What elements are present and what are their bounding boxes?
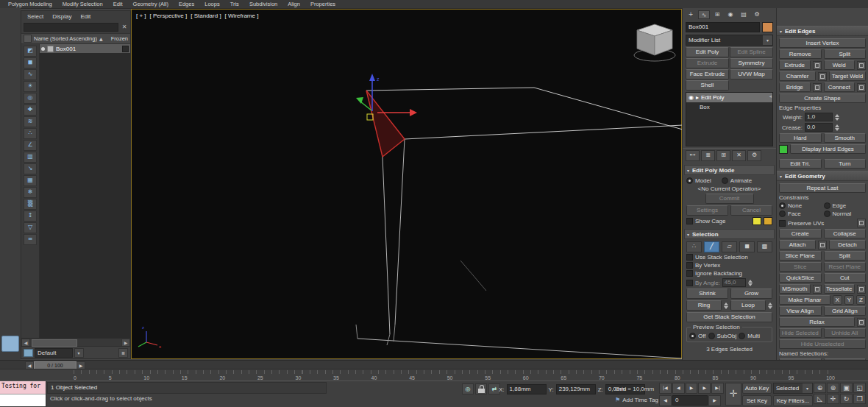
weld-settings-icon[interactable] [857, 61, 866, 70]
tessellate-button[interactable]: Tessellate [824, 284, 855, 294]
vertex-mode-icon[interactable]: ∴ [686, 241, 702, 252]
selection-lock-icon[interactable] [475, 383, 487, 394]
create-shape-button[interactable]: Create Shape [779, 93, 866, 103]
motion-tab-icon[interactable]: ◉ [725, 10, 736, 19]
display-hidden-icon[interactable]: ▒ [24, 199, 37, 210]
shrink-button[interactable]: Shrink [686, 289, 728, 299]
bridge-button[interactable]: Bridge [779, 82, 811, 92]
hierarchy-tab-icon[interactable]: ⊞ [711, 10, 723, 19]
maxscript-mini-listener[interactable]: Testing for [0, 381, 46, 407]
viewport-label-segment[interactable]: [ Wireframe ] [225, 13, 259, 19]
menubar-item[interactable]: Geometry (All) [128, 1, 174, 7]
grid-align-button[interactable]: Grid Align [824, 306, 867, 316]
display-lights-icon[interactable]: ☀ [24, 81, 37, 92]
scene-explorer-menu-item[interactable]: Display [52, 13, 71, 20]
display-xref-icon[interactable]: ↘ [24, 163, 37, 174]
display-spacewarps-icon[interactable]: ≋ [24, 116, 37, 127]
set-key-button[interactable]: Set Key [742, 395, 772, 406]
display-hard-edges-button[interactable]: Display Hard Edges [790, 144, 866, 154]
weld-button[interactable]: Weld [824, 60, 855, 70]
by-vertex-checkbox[interactable] [686, 262, 693, 269]
cut-button[interactable]: Cut [824, 273, 867, 283]
attach-button[interactable]: Attach [779, 240, 816, 249]
detach-button[interactable]: Detach [829, 240, 866, 249]
ignore-backfacing-checkbox[interactable] [686, 270, 693, 277]
remove-modifier-icon[interactable]: ✕ [732, 150, 746, 161]
active-layer-dropdown[interactable]: Default [35, 348, 73, 358]
display-everything-icon[interactable]: ◩ [24, 46, 37, 57]
viewport-label-segment[interactable]: [ Standard ] [191, 13, 221, 19]
add-time-tag[interactable]: Add Time Tag [622, 397, 658, 403]
pin-stack-icon[interactable]: ⊷ [686, 150, 700, 161]
connect-settings-icon[interactable] [857, 83, 866, 92]
reset-plane-button[interactable]: Reset Plane [824, 262, 867, 272]
menubar-item[interactable]: Polygon Modeling [3, 1, 57, 7]
split-geometry-button[interactable]: Split [824, 251, 867, 261]
visibility-icon[interactable]: ◉ [689, 94, 694, 101]
constraint-face-radio[interactable] [779, 210, 786, 217]
auto-key-button[interactable]: Auto Key [742, 383, 772, 394]
edit-tri-button[interactable]: Edit Tri. [779, 159, 822, 169]
element-mode-icon[interactable]: ▩ [757, 241, 772, 252]
model-radio[interactable] [686, 177, 693, 184]
object-name-field[interactable]: Box001 [686, 22, 760, 32]
maximize-viewport-icon[interactable]: ❒ [853, 394, 866, 404]
modifier-list-dropdown[interactable]: Modifier List ▾ [686, 35, 773, 46]
smooth-button[interactable]: Smooth [824, 133, 867, 143]
set-keys-button[interactable]: ✛ [725, 383, 741, 406]
quickslice-button[interactable]: QuickSlice [779, 273, 822, 283]
sort-mode-icon[interactable]: ↕ [24, 210, 37, 222]
extrude-settings-icon[interactable] [813, 61, 822, 70]
border-mode-icon[interactable]: ▱ [722, 241, 737, 252]
visibility-dot-icon[interactable] [41, 47, 45, 51]
hide-selected-button[interactable]: Hide Selected [779, 328, 822, 338]
track-bar[interactable]: 0510152025303540455055606570758085909510… [0, 369, 868, 381]
make-planar-y-button[interactable]: Y [844, 295, 854, 305]
extrude-button[interactable]: Extrude [779, 60, 811, 70]
bridge-settings-icon[interactable] [813, 83, 822, 92]
scene-explorer-row[interactable]: Box001 [40, 44, 130, 53]
make-unique-icon[interactable]: ⊞ [716, 150, 730, 161]
filter-icon[interactable]: ▽ [24, 222, 37, 233]
display-shapes-icon[interactable]: ∿ [24, 69, 37, 80]
show-end-result-icon[interactable]: ≣ [701, 150, 715, 161]
list-state-column-icon[interactable] [24, 35, 32, 43]
make-planar-button[interactable]: Make Planar [779, 295, 830, 305]
chamfer-settings-icon[interactable] [818, 72, 827, 81]
split-button[interactable]: Split [824, 49, 867, 59]
dropdown-arrow-icon[interactable]: ▾ [763, 35, 772, 45]
open-scene-explorer-button[interactable] [1, 336, 19, 352]
cage-selected-color-swatch[interactable] [764, 217, 772, 225]
display-containers-icon[interactable]: ▥ [24, 152, 37, 163]
modifier-stack[interactable]: ◉ ▸ Edit Poly Box ◂ [686, 92, 773, 146]
modifier-set-button[interactable]: Symmetry [730, 58, 773, 68]
polygon-mode-icon[interactable]: ◼ [739, 241, 755, 252]
msmooth-settings-icon[interactable] [813, 285, 822, 294]
constraint-edge-radio[interactable] [824, 202, 830, 209]
constraint-normal-radio[interactable] [824, 210, 830, 217]
clear-search-icon[interactable]: ✕ [121, 24, 128, 31]
display-frozen-icon[interactable]: ❄ [24, 187, 37, 198]
get-stack-selection-button[interactable]: Get Stack Selection [686, 312, 772, 322]
scroll-left-icon[interactable]: ◀ [21, 339, 30, 347]
insert-vertex-button[interactable]: Insert Vertex [779, 38, 866, 48]
isolate-selection-icon[interactable]: ◎ [462, 383, 474, 394]
view-cube[interactable] [634, 24, 675, 61]
macro-recorder-line[interactable]: Testing for [0, 381, 46, 394]
preview-multi-radio[interactable] [739, 333, 745, 339]
layer-dropdown-arrow-icon[interactable]: ▾ [74, 348, 84, 358]
stack-scroll-icon[interactable]: ◂ [769, 93, 772, 99]
next-frame-button[interactable]: ▶ [698, 383, 711, 394]
attach-settings-icon[interactable] [818, 241, 827, 249]
menubar-item[interactable]: Modify Selection [57, 1, 108, 7]
cage-color-swatch[interactable] [753, 217, 761, 225]
make-planar-x-button[interactable]: X [833, 295, 842, 305]
viewport[interactable]: [ + ][ Perspective ][ Standard ][ Wirefr… [131, 9, 682, 359]
viewport-canvas[interactable]: z z x [132, 10, 683, 360]
preserve-uvs-checkbox[interactable] [779, 220, 786, 227]
commit-button[interactable]: Commit [705, 194, 754, 204]
unhide-all-button[interactable]: Unhide All [824, 328, 867, 338]
menubar-item[interactable]: Properties [305, 1, 341, 7]
hard-edge-color-swatch[interactable] [779, 145, 788, 154]
target-weld-button[interactable]: Target Weld [829, 71, 866, 81]
